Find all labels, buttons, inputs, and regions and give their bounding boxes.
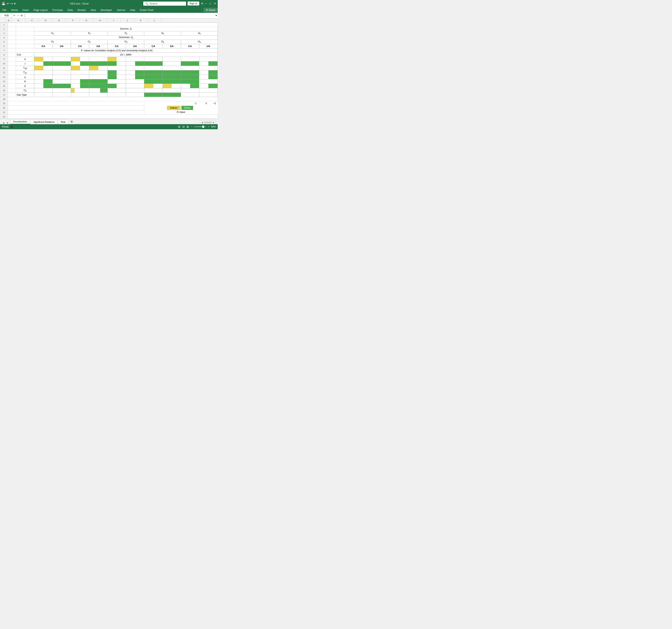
p-ua2-cell[interactable] [89, 79, 107, 84]
undo-icon[interactable]: ↩ [7, 2, 9, 5]
formula-dropdown-icon[interactable]: ▾ [216, 14, 217, 17]
gas-ua1-cell[interactable] [52, 93, 71, 97]
page-break-view-icon[interactable]: ⊠ [187, 125, 189, 128]
menu-pagelayout[interactable]: Page Layout [31, 8, 50, 12]
cell-row18[interactable] [8, 97, 218, 101]
s-ua3-cell[interactable] [126, 84, 144, 88]
col-header-a[interactable]: A [6, 18, 12, 22]
ton-ca3-cell[interactable] [107, 70, 126, 75]
cell-A6[interactable] [8, 44, 16, 48]
toff-ca1-cell[interactable] [34, 66, 52, 70]
ton-ca1-cell[interactable] [34, 70, 52, 75]
nav-left-arrow[interactable]: ◄ [2, 121, 5, 124]
cb-ca5-cell[interactable] [144, 88, 163, 93]
cell-A17[interactable] [8, 93, 16, 97]
toff-ca5-cell[interactable] [144, 66, 163, 70]
toff-ca3-cell[interactable] [107, 66, 126, 70]
eta-ca3-cell[interactable] [107, 75, 126, 79]
cell-B4[interactable] [16, 35, 34, 40]
zoom-in-icon[interactable]: + [208, 125, 209, 128]
cell-reference[interactable]: P26 [1, 14, 13, 18]
col-header-k[interactable]: K [134, 18, 148, 22]
eta-ca5-cell[interactable] [144, 75, 163, 79]
cell-A12[interactable] [8, 70, 16, 75]
cell-B2[interactable] [16, 27, 34, 31]
cell-A13[interactable] [8, 75, 16, 79]
i-ca6-cell[interactable] [181, 62, 199, 66]
cell-B5[interactable] [16, 40, 34, 44]
gas-ca6-cell[interactable] [181, 93, 199, 97]
s-ua6-cell[interactable] [199, 84, 218, 88]
toff-ua1-cell[interactable] [52, 66, 71, 70]
eta-ca1-cell[interactable] [34, 75, 52, 79]
gas-ca3-cell[interactable] [107, 93, 126, 97]
v-ua2-cell[interactable] [89, 57, 107, 62]
v-ca6-cell[interactable] [181, 57, 199, 62]
col-header-f[interactable]: F [66, 18, 80, 22]
menu-addins[interactable]: Add-ins [115, 8, 128, 12]
search-box[interactable]: 🔍 Search [143, 2, 186, 6]
ton-ua1-cell[interactable] [52, 70, 71, 75]
toff-ua5-cell[interactable] [163, 66, 181, 70]
menu-share[interactable]: ⬆ Share [203, 8, 218, 12]
cell-A10[interactable] [8, 62, 16, 66]
toff-ca2-cell[interactable] [71, 66, 89, 70]
v-ua1-cell[interactable] [52, 57, 71, 62]
s-ca2-cell[interactable] [71, 84, 89, 88]
i-ua2-cell[interactable] [89, 62, 107, 66]
v-ca3-cell[interactable] [107, 57, 126, 62]
i-ua1-cell[interactable] [52, 62, 71, 66]
maximize-button[interactable]: □ [210, 2, 211, 5]
eta-ua6-cell[interactable] [199, 75, 218, 79]
eta-ua5-cell[interactable] [163, 75, 181, 79]
v-ua3-cell[interactable] [126, 57, 144, 62]
horizontal-scroll-left[interactable]: ◄ [201, 121, 203, 124]
cb-ua6-cell[interactable] [199, 88, 218, 93]
cell-A2[interactable] [8, 27, 16, 31]
eta-ua2-cell[interactable] [89, 75, 107, 79]
s-ua2-cell[interactable] [89, 84, 107, 88]
toff-ua6-cell[interactable] [199, 66, 218, 70]
signin-button[interactable]: Sign in [188, 2, 199, 5]
cell-A16[interactable] [8, 88, 16, 93]
cell-A3[interactable] [8, 31, 16, 35]
ton-ua3-cell[interactable] [126, 70, 144, 75]
cancel-formula-icon[interactable]: ✕ [13, 14, 15, 17]
eta-ua3-cell[interactable] [126, 75, 144, 79]
ton-ca5-cell[interactable] [144, 70, 163, 75]
cell-B3[interactable] [16, 31, 34, 35]
menu-powerpivot[interactable]: Power Pivot [138, 8, 156, 12]
horizontal-scroll-right[interactable]: ► [213, 121, 215, 124]
cell-A14[interactable] [8, 79, 16, 84]
menu-formulas[interactable]: Formulas [50, 8, 65, 12]
i-ca1-cell[interactable] [34, 62, 52, 66]
menu-insert[interactable]: Insert [20, 8, 31, 12]
col-header-c[interactable]: C [25, 18, 39, 22]
v-ua5-cell[interactable] [163, 57, 181, 62]
menu-data[interactable]: Data [65, 8, 75, 12]
col-header-g[interactable]: G [80, 18, 93, 22]
ton-ua5-cell[interactable] [163, 70, 181, 75]
menu-view[interactable]: View [88, 8, 98, 12]
cell-A15[interactable] [8, 84, 16, 88]
p-ua5-cell[interactable] [163, 79, 181, 84]
zoom-slider[interactable] [194, 126, 206, 127]
cell-A8[interactable] [8, 53, 16, 57]
p-ua3-cell[interactable] [126, 79, 144, 84]
fx-icon[interactable]: fx [21, 14, 23, 17]
i-ca3-cell[interactable] [107, 62, 126, 66]
tab-significant-relations[interactable]: Significant Relations [30, 120, 57, 124]
toff-ua3-cell[interactable] [126, 66, 144, 70]
p-ua1-cell[interactable] [52, 79, 71, 84]
toff-ca6-cell[interactable] [181, 66, 199, 70]
close-button[interactable]: ✕ [214, 2, 216, 5]
customize-icon[interactable]: ▾ [14, 2, 16, 5]
i-ua3-cell[interactable] [126, 62, 144, 66]
ton-ca2-cell[interactable] [71, 70, 89, 75]
col-header-d[interactable]: D [39, 18, 52, 22]
i-ca5-cell[interactable] [144, 62, 163, 66]
menu-review[interactable]: Review [75, 8, 88, 12]
v-ca2-cell[interactable] [71, 57, 89, 62]
s-ca3-cell[interactable] [107, 84, 126, 88]
nav-right-arrow[interactable]: ► [6, 121, 10, 124]
